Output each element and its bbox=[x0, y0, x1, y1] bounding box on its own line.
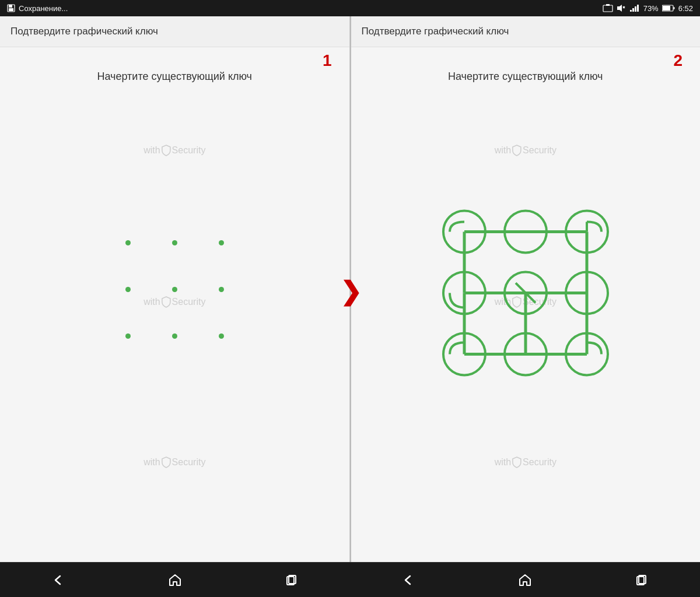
dot-grid bbox=[104, 219, 244, 359]
dot-cell-2 bbox=[151, 219, 198, 266]
svg-rect-10 bbox=[635, 6, 636, 12]
svg-rect-4 bbox=[606, 4, 610, 6]
status-right: 73% 6:52 bbox=[603, 4, 693, 13]
dot-cell-4 bbox=[104, 266, 151, 312]
panel-2-number: 2 bbox=[673, 51, 682, 70]
home-button-left[interactable] bbox=[160, 568, 190, 592]
status-bar: Сохранение... 73% 6:52 bbox=[0, 0, 700, 16]
panel-2-header: Подтвердите графический ключ bbox=[351, 16, 701, 47]
screenshot-icon bbox=[603, 4, 613, 12]
dot-2 bbox=[172, 240, 177, 245]
back-icon-left bbox=[51, 573, 65, 587]
battery-percent: 73% bbox=[643, 4, 659, 13]
watermark-1-bot: with Security bbox=[144, 456, 205, 468]
svg-rect-3 bbox=[603, 5, 612, 12]
dot-cell-3 bbox=[198, 219, 244, 266]
svg-rect-14 bbox=[673, 7, 674, 9]
back-button-left[interactable] bbox=[44, 568, 73, 592]
dot-4 bbox=[125, 287, 131, 292]
svg-rect-13 bbox=[663, 6, 670, 10]
panel-1-number: 1 bbox=[323, 51, 332, 70]
recents-icon-left bbox=[285, 573, 299, 587]
volume-icon bbox=[617, 4, 626, 12]
next-arrow: ❯ bbox=[340, 276, 362, 306]
panel-1-header: Подтвердите графический ключ bbox=[0, 16, 349, 47]
back-button-right[interactable] bbox=[394, 568, 423, 592]
nav-half-right bbox=[350, 562, 700, 597]
dot-cell-5 bbox=[151, 266, 198, 312]
svg-rect-9 bbox=[632, 8, 634, 12]
svg-rect-11 bbox=[637, 5, 639, 12]
save-icon bbox=[7, 4, 15, 12]
shield-icon-1c bbox=[162, 456, 171, 468]
dot-5 bbox=[172, 287, 177, 292]
dot-8 bbox=[172, 333, 177, 339]
signal-icon bbox=[629, 4, 640, 12]
time-display: 6:52 bbox=[678, 4, 693, 13]
svg-rect-1 bbox=[9, 5, 12, 8]
shield-icon-1a bbox=[162, 145, 171, 156]
panel-divider: ❯ bbox=[350, 16, 351, 562]
recents-button-left[interactable] bbox=[277, 568, 306, 592]
recents-icon-right bbox=[635, 573, 649, 587]
dot-3 bbox=[219, 240, 224, 245]
svg-marker-5 bbox=[617, 5, 622, 12]
shield-icon-2c bbox=[512, 456, 522, 468]
home-icon-right bbox=[518, 573, 532, 587]
svg-rect-8 bbox=[630, 10, 632, 12]
dot-6 bbox=[219, 287, 224, 292]
watermark-2-top: with Security bbox=[495, 145, 556, 156]
dot-cell-6 bbox=[198, 266, 244, 312]
watermark-1-top: with Security bbox=[144, 145, 205, 156]
pattern-svg bbox=[432, 199, 619, 386]
dot-cell-9 bbox=[198, 312, 244, 359]
main-area: Подтвердите графический ключ 1 Начертите… bbox=[0, 16, 700, 562]
dot-cell-1 bbox=[104, 219, 151, 266]
shield-icon-2a bbox=[512, 145, 522, 156]
home-icon-left bbox=[168, 573, 182, 587]
nav-bar bbox=[0, 562, 700, 597]
recents-button-right[interactable] bbox=[627, 568, 656, 592]
dot-7 bbox=[125, 333, 131, 339]
dot-1 bbox=[125, 240, 131, 245]
dot-9 bbox=[219, 333, 224, 339]
svg-rect-2 bbox=[9, 8, 13, 11]
home-button-right[interactable] bbox=[510, 568, 540, 592]
panel-2: Подтвердите графический ключ 2 Начертите… bbox=[351, 16, 701, 562]
watermark-2-bot: with Security bbox=[495, 456, 556, 468]
nav-half-left bbox=[0, 562, 350, 597]
back-icon-right bbox=[401, 573, 415, 587]
panel-1: Подтвердите графический ключ 1 Начертите… bbox=[0, 16, 350, 562]
app-name: Сохранение... bbox=[19, 4, 68, 13]
battery-icon bbox=[662, 5, 675, 12]
panel-1-instruction: Начертите существующий ключ bbox=[0, 71, 349, 83]
dot-cell-7 bbox=[104, 312, 151, 359]
status-left: Сохранение... bbox=[7, 4, 68, 13]
dot-cell-8 bbox=[151, 312, 198, 359]
panel-2-instruction: Начертите существующий ключ bbox=[351, 71, 701, 83]
pattern-area bbox=[432, 199, 619, 386]
